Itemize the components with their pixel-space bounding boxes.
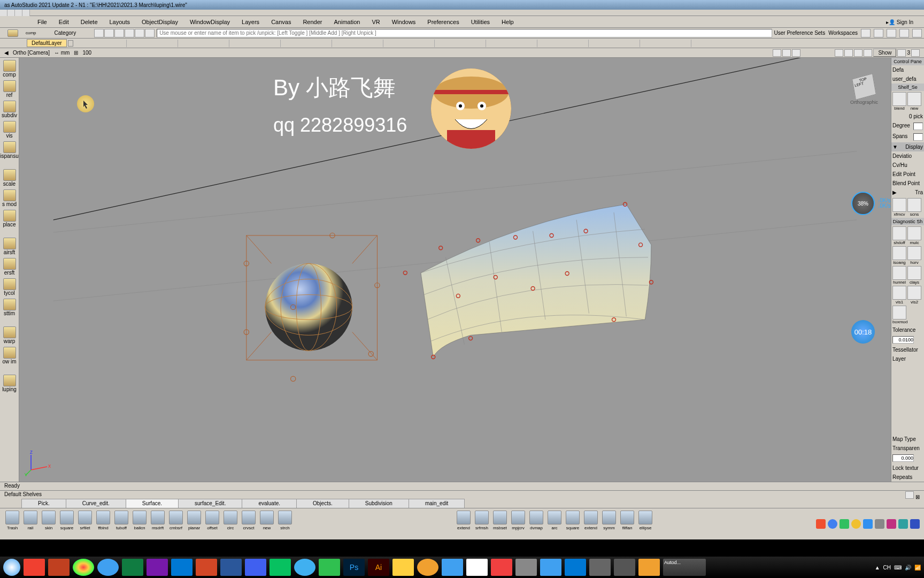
shelf-tab-mainedit[interactable]: main_edit	[409, 499, 465, 508]
menu-canvas[interactable]: Canvas	[266, 18, 296, 26]
degree-input[interactable]	[913, 123, 923, 130]
tool-scale[interactable]: scale	[2, 168, 18, 187]
menu-preferences[interactable]: Preferences	[422, 18, 464, 26]
diag-hunnel-icon[interactable]	[892, 266, 906, 280]
shelf-tool-symm[interactable]: symm	[601, 511, 617, 537]
ws-icon[interactable]	[912, 29, 922, 37]
shelf-tool-crvsct[interactable]: crvsct	[241, 511, 257, 537]
tool-subdiv[interactable]: subdiv	[2, 100, 18, 119]
shelf-tool-rail[interactable]: rail	[22, 511, 38, 537]
layer-slot[interactable]	[229, 40, 281, 47]
shelf-tool-filflan[interactable]: filflan	[619, 511, 635, 537]
badge-icon[interactable]	[816, 519, 826, 529]
task-app-icon[interactable]	[392, 559, 414, 576]
task-app-icon[interactable]	[48, 559, 70, 576]
menu-delete[interactable]: Delete	[75, 18, 103, 26]
diag-vis1-icon[interactable]	[892, 286, 906, 300]
view-cube[interactable]: TOP LEFT Orthographic	[848, 74, 880, 106]
diag-horv-icon[interactable]	[907, 246, 921, 260]
xfmcv-icon[interactable]	[892, 198, 906, 212]
pick-icon[interactable]	[145, 29, 155, 37]
vb-icon[interactable]	[782, 49, 791, 57]
shelf-tool-dvmap[interactable]: dvmap	[528, 511, 544, 537]
shelf-tab-evaluate[interactable]: evaluate.	[242, 499, 297, 508]
badge-icon[interactable]	[887, 519, 896, 529]
shelf-tab-surfaceedit[interactable]: surface_Edit.	[178, 499, 242, 508]
tool-vis[interactable]: vis	[2, 120, 18, 139]
menu-windowdisplay[interactable]: WindowDisplay	[184, 18, 235, 26]
diag-boxmod-icon[interactable]	[892, 306, 906, 320]
tra-toggle[interactable]: ▶	[892, 189, 897, 195]
viewport[interactable]: By 小路飞舞 qq 2282899316 TOP LEFT Orthograp…	[19, 58, 891, 482]
category-label[interactable]: Category	[38, 30, 93, 36]
vb-icon[interactable]	[835, 49, 843, 57]
sign-in-button[interactable]: ▸👤 Sign In	[886, 19, 913, 25]
shelf-tool-planar[interactable]: planar	[186, 511, 202, 537]
onenote-icon[interactable]	[147, 559, 168, 576]
shelf-tab-surface[interactable]: Surface.	[126, 499, 179, 508]
photoshop-icon[interactable]: Ps	[343, 559, 365, 576]
ortho-label[interactable]: Ortho [Camera]	[13, 50, 50, 56]
top-icon[interactable]	[22, 10, 30, 16]
tool-warp[interactable]: warp	[2, 325, 18, 345]
nav-left-icon[interactable]: ◀	[4, 50, 9, 56]
powerpoint-icon[interactable]	[196, 559, 217, 576]
rp-deviation[interactable]: Deviatio	[892, 153, 912, 159]
diag-shdoff-icon[interactable]	[892, 226, 906, 240]
transp-input[interactable]	[892, 454, 914, 462]
tool-comp[interactable]: comp	[2, 59, 18, 78]
menu-file[interactable]: File	[32, 18, 52, 26]
task-app-icon[interactable]	[515, 559, 537, 576]
shelf-view-icon[interactable]	[905, 491, 914, 499]
menu-utilities[interactable]: Utilities	[466, 18, 495, 26]
spans-input[interactable]	[913, 133, 923, 141]
task-app-icon[interactable]	[97, 559, 119, 576]
ws-icon[interactable]	[887, 29, 896, 37]
badge-icon[interactable]	[863, 519, 873, 529]
scns-icon[interactable]	[907, 198, 921, 212]
tray-icon[interactable]: CH	[883, 565, 891, 571]
menu-help[interactable]: Help	[496, 18, 519, 26]
autodesk-task[interactable]: Autod...	[663, 559, 706, 576]
layer-slot[interactable]	[178, 40, 229, 47]
badge-icon[interactable]	[828, 519, 837, 529]
shelf-tab-curveedit[interactable]: Curve_edit.	[66, 499, 126, 508]
shelf-tool-new[interactable]: new	[259, 511, 275, 537]
word-icon[interactable]	[220, 559, 242, 576]
tool-tycol[interactable]: tycol	[2, 277, 18, 296]
shelf-tool-msdrft[interactable]: msdrft	[150, 511, 166, 537]
top-icon[interactable]	[15, 10, 22, 16]
badge-icon[interactable]	[898, 519, 908, 529]
pick-icon[interactable]	[94, 29, 104, 37]
task-app-icon[interactable]	[417, 559, 438, 576]
tray-icon[interactable]: ▲	[875, 565, 880, 571]
task-app-icon[interactable]	[466, 559, 488, 576]
top-icon[interactable]	[0, 10, 7, 16]
new-icon[interactable]	[907, 92, 921, 106]
shelf-tool-Trash[interactable]: Trash	[4, 511, 20, 537]
layer-slot[interactable]	[537, 40, 589, 47]
grid-icon[interactable]: ⊞	[74, 50, 78, 56]
task-app-icon[interactable]	[589, 559, 611, 576]
task-app-icon[interactable]	[319, 559, 340, 576]
layer-slot[interactable]	[383, 40, 435, 47]
tool-ersft[interactable]: ersft	[2, 257, 18, 276]
layer-slot[interactable]	[332, 40, 383, 47]
task-app-icon[interactable]	[294, 559, 315, 576]
shelf-tool-msbset[interactable]: msbset	[492, 511, 508, 537]
vb-icon[interactable]	[773, 49, 781, 57]
layer-slot[interactable]	[281, 40, 332, 47]
shelf-tool-srfmsh[interactable]: srfmsh	[474, 511, 490, 537]
tessellator-label[interactable]: Tessellator	[892, 347, 918, 353]
default-layer-tab[interactable]: DefaultLayer	[27, 39, 67, 47]
layer-slot[interactable]	[589, 40, 640, 47]
layer-toggle[interactable]	[68, 40, 73, 47]
task-app-icon[interactable]	[245, 559, 266, 576]
task-app-icon[interactable]	[491, 559, 512, 576]
shelf-tab-objects[interactable]: Objects.	[296, 499, 349, 508]
shelf-tab-pick[interactable]: Pick.	[21, 499, 66, 508]
shelf-tab-subdivision[interactable]: Subdivision	[349, 499, 409, 508]
tray-icon[interactable]: 🔊	[905, 565, 911, 571]
vb-icon[interactable]	[792, 49, 800, 57]
menu-render[interactable]: Render	[297, 18, 327, 26]
